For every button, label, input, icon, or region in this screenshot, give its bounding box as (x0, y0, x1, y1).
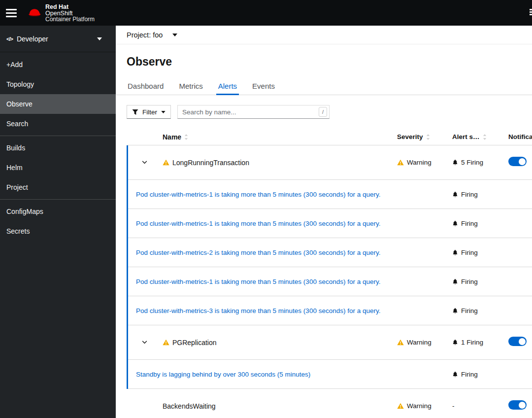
tab-metrics[interactable]: Metrics (178, 80, 203, 95)
alert-message-link[interactable]: Pod cluster-with-metrics-3 is taking mor… (136, 307, 380, 314)
bell-icon (452, 339, 458, 346)
tab-alerts[interactable]: Alerts (217, 80, 238, 95)
sidebar-item-helm[interactable]: Helm (0, 158, 116, 177)
alert-state-cell: 1 Firing (452, 339, 508, 346)
sidebar-item-search[interactable]: Search (0, 114, 116, 134)
masthead: Red Hat OpenShift Container Platform (0, 0, 532, 26)
bell-icon (452, 159, 458, 166)
alert-row: Standby is lagging behind by over 300 se… (127, 360, 532, 389)
sidebar-item-builds[interactable]: Builds (0, 138, 116, 158)
search-input[interactable] (177, 105, 330, 119)
perspective-label: Developer (17, 35, 48, 43)
warning-triangle-icon (397, 159, 404, 166)
column-header-notifications[interactable]: Notificat (508, 133, 532, 140)
sort-icon[interactable] (184, 134, 188, 140)
page-title: Observe (127, 55, 521, 69)
column-header-name[interactable]: Name (163, 133, 397, 141)
severity-cell: Warning (397, 339, 452, 346)
alert-state-cell: Firing (452, 278, 508, 285)
sidebar-section-divider (0, 199, 116, 200)
bell-icon (452, 249, 458, 256)
bell-icon (452, 279, 458, 285)
filter-funnel-icon (132, 109, 138, 115)
warning-triangle-icon (397, 339, 404, 346)
redhat-openshift-logo: Red Hat OpenShift Container Platform (27, 3, 95, 23)
chevron-down-icon (142, 161, 147, 164)
alerts-toolbar: Filter / (116, 95, 532, 129)
warning-triangle-icon (163, 159, 169, 166)
bell-icon (452, 191, 458, 198)
alert-row: Pod cluster-with-metrics-2 is taking mor… (127, 238, 532, 267)
alert-rule-row: BackendsWaiting Warning - (127, 389, 532, 418)
alert-rule-name[interactable]: LongRunningTransaction (172, 159, 249, 167)
hamburger-menu-button[interactable] (0, 0, 23, 26)
keyboard-shortcut-badge: / (319, 107, 327, 117)
warning-triangle-icon (397, 403, 404, 409)
notifications-toggle[interactable] (508, 400, 527, 410)
severity-cell: Warning (397, 402, 452, 410)
notifications-toggle[interactable] (508, 157, 527, 166)
project-bar: Project: foo (116, 26, 532, 44)
alert-message-link[interactable]: Pod cluster-with-metrics-2 is taking mor… (136, 249, 380, 256)
alert-rule-group: LongRunningTransaction Warning 5 Firing (127, 145, 532, 325)
alert-row: Pod cluster-with-metrics-1 is taking mor… (127, 180, 532, 209)
bell-icon (452, 371, 458, 378)
alert-message-link[interactable]: Pod cluster-with-metrics-1 is taking mor… (136, 191, 380, 198)
hamburger-menu-icon (6, 7, 17, 19)
bell-icon (452, 220, 458, 227)
chevron-down-icon (142, 341, 147, 344)
alert-state-cell: Firing (452, 307, 508, 314)
sort-icon[interactable] (426, 134, 430, 140)
project-selector[interactable]: Project: foo (127, 31, 177, 39)
filter-dropdown-button[interactable]: Filter (127, 105, 171, 119)
bell-icon (452, 308, 458, 314)
column-header-alert-state[interactable]: Alert st... (452, 133, 508, 140)
alert-rule-group: PGReplication Warning 1 Firing (127, 325, 532, 389)
alert-row: Pod cluster-with-metrics-3 is taking mor… (127, 296, 532, 325)
sidebar-item-topology[interactable]: Topology (0, 74, 116, 94)
alert-state-cell: 5 Firing (452, 159, 508, 166)
sidebar-nav: </> Developer +Add Topology Observe Sear… (0, 26, 116, 418)
alert-rule-name[interactable]: BackendsWaiting (163, 402, 216, 410)
alert-message-link[interactable]: Pod cluster-with-metrics-1 is taking mor… (136, 220, 380, 227)
redhat-fedora-icon (27, 7, 42, 19)
tab-events[interactable]: Events (251, 80, 276, 95)
sidebar-item-configmaps[interactable]: ConfigMaps (0, 202, 116, 221)
openshift-console: Red Hat OpenShift Container Platform </>… (0, 0, 532, 418)
perspective-switcher[interactable]: </> Developer (0, 26, 116, 52)
alert-row: Pod cluster-with-metrics-1 is taking mor… (127, 267, 532, 296)
alert-message-link[interactable]: Pod cluster-with-metrics-1 is taking mor… (136, 278, 380, 285)
severity-cell: Warning (397, 159, 452, 166)
alert-row: Pod cluster-with-metrics-1 is taking mor… (127, 209, 532, 238)
sidebar-item-observe[interactable]: Observe (0, 94, 116, 114)
masthead-menu-fragment-icon[interactable] (530, 8, 532, 16)
alert-state-cell: Firing (452, 191, 508, 198)
expand-chevron-button[interactable] (139, 158, 150, 167)
alert-message-link[interactable]: Standby is lagging behind by over 300 se… (136, 371, 310, 378)
main-content: Project: foo Observe Dashboard Metrics A… (116, 26, 532, 418)
sidebar-nav-list: +Add Topology Observe Search Builds Helm… (0, 52, 116, 241)
alert-state-cell: - (452, 402, 508, 410)
column-header-severity[interactable]: Severity (397, 133, 452, 140)
table-header-row: Name Severity Alert st... Notificat (127, 129, 532, 145)
alert-state-cell: Firing (452, 249, 508, 256)
alert-rule-group: BackendsWaiting Warning - (127, 389, 532, 418)
caret-down-icon (172, 34, 177, 36)
notifications-toggle[interactable] (508, 337, 527, 346)
brand-line-1: Red Hat (45, 4, 95, 10)
tab-dashboard[interactable]: Dashboard (127, 80, 165, 95)
tab-bar: Dashboard Metrics Alerts Events (116, 80, 532, 95)
alert-rule-row: PGReplication Warning 1 Firing (127, 325, 532, 360)
sidebar-item-project[interactable]: Project (0, 177, 116, 197)
caret-down-icon (161, 111, 166, 113)
sidebar-item-add[interactable]: +Add (0, 55, 116, 74)
alert-rule-row: LongRunningTransaction Warning 5 Firing (127, 145, 532, 180)
code-icon: </> (6, 36, 13, 42)
sort-icon[interactable] (483, 134, 487, 140)
warning-triangle-icon (163, 339, 169, 346)
alert-state-cell: Firing (452, 371, 508, 378)
sidebar-item-secrets[interactable]: Secrets (0, 221, 116, 241)
caret-down-icon (97, 37, 102, 40)
alert-rule-name[interactable]: PGReplication (172, 339, 217, 347)
expand-chevron-button[interactable] (139, 338, 150, 347)
